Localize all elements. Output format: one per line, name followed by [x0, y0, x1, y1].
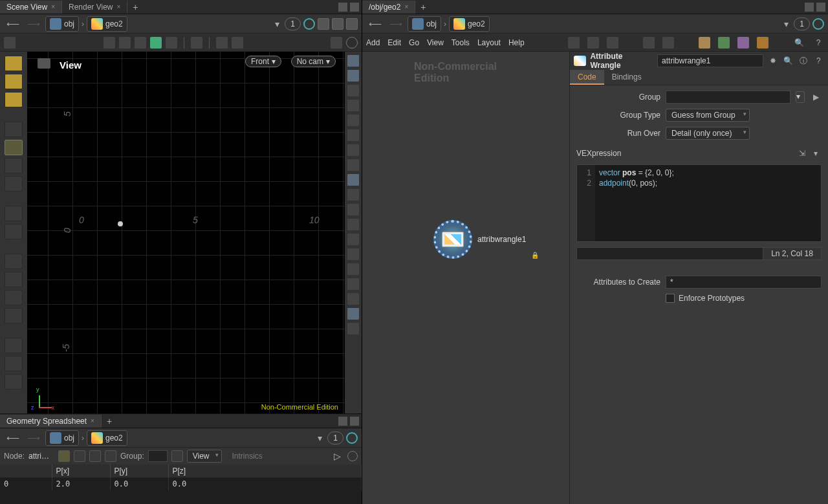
disp-point-icon[interactable] — [347, 218, 360, 231]
tool-snap2[interactable] — [5, 224, 23, 239]
menu-edit[interactable]: Edit — [387, 38, 401, 47]
toolbar-icon[interactable] — [346, 18, 358, 30]
vex-editor[interactable]: 12 vector pos = {2, 0, 0}; addpoint(0, p… — [576, 164, 822, 242]
help-icon[interactable] — [347, 451, 358, 461]
grid2-icon[interactable] — [662, 37, 674, 49]
gear-icon[interactable] — [216, 37, 228, 49]
disp-icon[interactable] — [347, 144, 360, 157]
note-icon[interactable] — [699, 37, 710, 49]
tool-magnet3[interactable] — [5, 290, 23, 305]
close-icon[interactable]: × — [116, 3, 120, 10]
add-tab-button[interactable]: + — [127, 2, 143, 12]
path-seg-obj[interactable]: obj — [45, 430, 79, 446]
menu-layout[interactable]: Layout — [477, 38, 501, 47]
wrench-icon[interactable] — [568, 37, 580, 49]
menu-view[interactable]: View — [427, 38, 444, 47]
back-arrow-icon[interactable]: ⟵ — [4, 433, 22, 443]
maximize-icon[interactable] — [805, 3, 814, 12]
disp-icon[interactable] — [347, 248, 360, 261]
path-seg-geo2[interactable]: geo2 — [449, 16, 490, 32]
disp-icon[interactable] — [347, 307, 360, 320]
disp-icon[interactable] — [347, 159, 360, 171]
intrinsics-label[interactable]: Intrinsics — [232, 452, 263, 461]
link-ring-icon[interactable] — [303, 18, 315, 30]
info-icon[interactable]: ⓘ — [798, 55, 809, 67]
menu-icon[interactable] — [350, 3, 359, 12]
view-dropdown[interactable]: View — [187, 450, 222, 463]
dropdown-icon[interactable]: ▾ — [315, 433, 325, 443]
tab-scene-view[interactable]: Scene View × — [0, 1, 62, 14]
help-icon[interactable]: ? — [812, 37, 824, 49]
layout-icon[interactable] — [331, 37, 342, 49]
tool-misc3[interactable] — [5, 374, 23, 389]
gear-icon[interactable]: ✸ — [767, 55, 778, 67]
add-tab-button[interactable]: + — [415, 2, 431, 12]
path-seg-geo2[interactable]: geo2 — [87, 16, 127, 32]
code-area[interactable]: vector pos = {2, 0, 0}; addpoint(0, pos)… — [595, 165, 821, 241]
points-mode-button[interactable] — [58, 450, 70, 462]
play-icon[interactable]: ▷ — [331, 451, 343, 461]
col-px[interactable]: P[x] — [52, 465, 110, 477]
table-row[interactable]: 0 2.0 0.0 0.0 — [0, 477, 362, 490]
col-index[interactable] — [0, 465, 52, 477]
pin-pill[interactable]: 1 — [285, 17, 301, 30]
node-name-input[interactable] — [657, 54, 763, 67]
path-seg-obj[interactable]: obj — [408, 16, 441, 32]
help-icon[interactable] — [346, 37, 358, 49]
tool-magnet4[interactable] — [5, 308, 23, 323]
disp-icon[interactable] — [347, 203, 360, 216]
tool-paint[interactable] — [5, 74, 23, 89]
disp-icon[interactable] — [347, 173, 360, 186]
verts-mode-button[interactable] — [74, 450, 85, 462]
cursor-icon[interactable] — [119, 37, 131, 49]
group-input[interactable] — [666, 91, 790, 104]
disp-icon[interactable] — [347, 188, 360, 201]
attrs-create-input[interactable] — [666, 276, 822, 289]
forward-arrow-icon[interactable]: ⟶ — [387, 19, 405, 29]
search-icon[interactable]: 🔍 — [793, 37, 805, 49]
add-tab-button[interactable]: + — [102, 416, 117, 426]
toolbar-icon[interactable] — [318, 18, 329, 30]
toolbar-icon[interactable] — [332, 18, 343, 30]
maximize-icon[interactable] — [338, 417, 347, 426]
runover-dropdown[interactable]: Detail (only once) — [666, 127, 750, 140]
link-ring-icon[interactable] — [346, 432, 358, 444]
close-icon[interactable]: × — [51, 3, 55, 10]
menu-go[interactable]: Go — [409, 38, 419, 47]
menu-add[interactable]: Add — [366, 38, 380, 47]
close-icon[interactable]: × — [91, 417, 94, 424]
tab-bindings[interactable]: Bindings — [604, 70, 649, 85]
tab-code[interactable]: Code — [570, 70, 604, 85]
disp-icon[interactable] — [347, 322, 360, 335]
menu-tools[interactable]: Tools — [452, 38, 470, 47]
pin-pill[interactable]: 1 — [794, 17, 810, 30]
link-ring-icon[interactable] — [812, 18, 824, 30]
tab-obj-geo2[interactable]: /obj/geo2 × — [362, 1, 415, 14]
group-select-arrow-icon[interactable]: ▶ — [810, 91, 822, 103]
expand-icon[interactable]: ⇲ — [796, 148, 808, 159]
back-arrow-icon[interactable]: ⟵ — [366, 19, 384, 29]
maximize-icon[interactable] — [338, 3, 347, 12]
node-attribwrangle1[interactable]: attribwrangle1 🔒 — [433, 220, 539, 259]
menu-dropdown-icon[interactable]: ▾ — [810, 148, 822, 159]
disp-icon[interactable] — [347, 114, 360, 127]
disp-icon[interactable] — [347, 69, 360, 82]
col-pz[interactable]: P[z] — [168, 465, 362, 477]
ring-icon[interactable] — [191, 37, 202, 49]
network-view[interactable]: Non-Commercial Edition Geometry attribwr… — [362, 52, 569, 504]
forward-arrow-icon[interactable]: ⟶ — [25, 19, 43, 29]
close-icon[interactable]: × — [404, 3, 408, 10]
pin-pill[interactable]: 1 — [327, 432, 343, 444]
menu-icon[interactable] — [816, 3, 825, 12]
tree-icon[interactable] — [587, 37, 599, 49]
search-icon[interactable]: 🔍 — [783, 55, 794, 67]
group-input[interactable] — [148, 450, 168, 462]
image-icon[interactable] — [737, 37, 749, 49]
prims-mode-button[interactable] — [89, 450, 101, 462]
disp-icon[interactable] — [347, 292, 360, 305]
back-arrow-icon[interactable]: ⟵ — [4, 19, 22, 29]
tool-inspect[interactable] — [5, 176, 23, 192]
viewport[interactable]: View Front▾ No cam▾ 0 5 10 0 5 -5 — [27, 52, 345, 413]
help-icon[interactable]: ? — [813, 55, 824, 67]
tool-magnet2[interactable] — [5, 272, 23, 287]
